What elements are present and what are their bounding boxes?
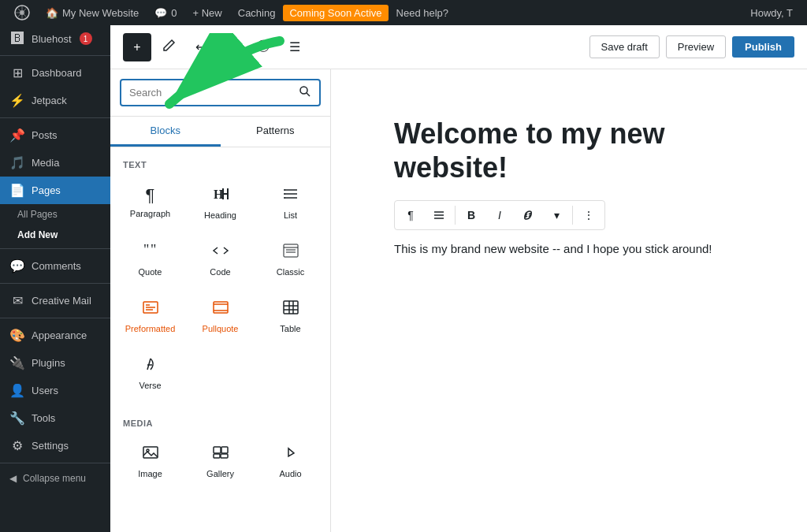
tools-button[interactable] xyxy=(154,33,183,61)
sidebar-item-creative-mail[interactable]: ✉ Creative Mail xyxy=(0,287,110,314)
block-item-verse[interactable]: Verse xyxy=(117,346,184,400)
sidebar-item-appearance[interactable]: 🎨 Appearance xyxy=(0,322,110,349)
settings-label: Settings xyxy=(32,440,69,452)
verse-label: Verse xyxy=(139,381,161,390)
svg-rect-24 xyxy=(214,302,228,313)
tab-patterns[interactable]: Patterns xyxy=(221,117,331,147)
text-blocks-grid: ¶ Paragraph H Heading xyxy=(117,173,324,403)
heading-toolbar-bold[interactable]: B xyxy=(457,203,485,228)
comments-bar[interactable]: 💬 0 xyxy=(147,0,184,25)
redo-button[interactable]: ↪ xyxy=(218,33,246,61)
new-bar[interactable]: + New xyxy=(185,0,230,25)
block-item-code[interactable]: Code xyxy=(187,233,254,286)
sidebar-item-users[interactable]: 👤 Users xyxy=(0,377,110,404)
jetpack-label: Jetpack xyxy=(32,95,67,106)
publish-button[interactable]: Publish xyxy=(732,36,794,58)
sidebar-item-all-pages[interactable]: All Pages xyxy=(0,204,110,225)
classic-label: Classic xyxy=(277,267,304,277)
block-item-paragraph[interactable]: ¶ Paragraph xyxy=(117,176,184,229)
page-title[interactable]: Welcome to my new website! xyxy=(394,117,744,184)
sidebar: 🅱 Bluehost 1 ⊞ Dashboard ⚡ Jetpack 📌 Pos… xyxy=(0,25,110,532)
list-label: List xyxy=(284,210,297,220)
quote-label: Quote xyxy=(139,267,162,277)
bluehost-icon: 🅱 xyxy=(9,32,25,46)
need-help-bar[interactable]: Need help? xyxy=(389,0,457,25)
search-input[interactable] xyxy=(121,82,291,103)
list-view-button[interactable]: ☰ xyxy=(281,33,309,61)
preview-button[interactable]: Preview xyxy=(666,35,726,58)
comments-icon: 💬 xyxy=(9,259,25,273)
block-item-gallery[interactable]: Gallery xyxy=(187,434,254,488)
search-box xyxy=(120,79,321,106)
add-block-button[interactable]: + xyxy=(123,33,151,61)
heading-toolbar-more[interactable]: ⋮ xyxy=(575,203,603,228)
pullquote-icon xyxy=(212,299,229,319)
heading-toolbar: ¶ B I ▾ ⋮ xyxy=(394,200,605,230)
media-icon: 🎵 xyxy=(9,155,25,170)
block-item-preformatted[interactable]: Preformatted xyxy=(117,289,184,343)
sidebar-item-bluehost[interactable]: 🅱 Bluehost 1 xyxy=(0,25,110,52)
tools-icon: 🔧 xyxy=(9,411,25,426)
sidebar-sep-6 xyxy=(0,463,110,463)
sidebar-sep-4 xyxy=(0,283,110,284)
coming-soon-bar[interactable]: Coming Soon Active xyxy=(283,5,388,21)
bluehost-label: Bluehost xyxy=(32,33,72,45)
sidebar-item-plugins[interactable]: 🔌 Plugins xyxy=(0,349,110,377)
heading-label: Heading xyxy=(204,210,236,220)
list-icon xyxy=(282,185,299,206)
heading-toolbar-paragraph[interactable]: ¶ xyxy=(396,203,425,228)
heading-toolbar-dropdown[interactable]: ▾ xyxy=(542,203,571,228)
block-item-list[interactable]: List xyxy=(257,176,324,229)
preformatted-icon xyxy=(142,299,159,319)
sidebar-item-posts[interactable]: 📌 Posts xyxy=(0,121,110,149)
undo-button[interactable]: ↩ xyxy=(186,33,214,61)
appearance-icon: 🎨 xyxy=(9,328,25,343)
sidebar-item-media[interactable]: 🎵 Media xyxy=(0,149,110,177)
search-submit-button[interactable] xyxy=(291,80,319,105)
undo-icon: ↩ xyxy=(195,39,206,54)
heading-toolbar-italic[interactable]: I xyxy=(485,203,514,228)
gallery-label: Gallery xyxy=(206,469,234,478)
sidebar-item-tools[interactable]: 🔧 Tools xyxy=(0,404,110,432)
block-item-heading[interactable]: H Heading xyxy=(187,176,254,229)
block-item-table[interactable]: Table xyxy=(257,289,324,343)
details-button[interactable]: ⓘ xyxy=(249,33,277,61)
sidebar-collapse[interactable]: ◀ Collapse menu xyxy=(0,467,110,490)
jetpack-icon: ⚡ xyxy=(9,93,25,108)
blocks-panel: Blocks Patterns TEXT ¶ Paragraph xyxy=(110,69,331,532)
sidebar-item-jetpack[interactable]: ⚡ Jetpack xyxy=(0,87,110,114)
sidebar-item-comments[interactable]: 💬 Comments xyxy=(0,252,110,280)
sidebar-item-dashboard[interactable]: ⊞ Dashboard xyxy=(0,59,110,87)
block-item-audio[interactable]: Audio xyxy=(257,434,324,488)
table-label: Table xyxy=(280,324,300,333)
sidebar-item-pages[interactable]: 📄 Pages xyxy=(0,177,110,204)
save-draft-button[interactable]: Save draft xyxy=(589,35,660,58)
wp-logo[interactable] xyxy=(6,0,38,25)
caching-bar[interactable]: Caching xyxy=(230,0,284,25)
block-item-classic[interactable]: Classic xyxy=(257,233,324,286)
new-label: + New xyxy=(193,7,222,19)
media-section-label: MEDIA xyxy=(117,412,324,431)
site-name-bar[interactable]: 🏠 My New Website xyxy=(38,0,147,25)
page-content: Welcome to my new website! ¶ B I ▾ ⋮ xyxy=(331,69,807,532)
plugins-icon: 🔌 xyxy=(9,355,25,370)
tab-blocks[interactable]: Blocks xyxy=(110,117,221,147)
svg-text:": " xyxy=(143,242,149,258)
page-subtitle[interactable]: This is my brand new website -- and I ho… xyxy=(394,240,744,259)
heading-toolbar-align[interactable] xyxy=(425,203,453,228)
block-item-pullquote[interactable]: Pullquote xyxy=(187,289,254,343)
svg-text:": " xyxy=(151,242,156,258)
pages-label: Pages xyxy=(32,184,61,196)
sidebar-item-settings[interactable]: ⚙ Settings xyxy=(0,432,110,459)
heading-toolbar-link[interactable] xyxy=(514,203,542,228)
sidebar-item-add-new[interactable]: Add New xyxy=(0,225,110,245)
table-icon xyxy=(282,299,299,319)
block-item-image[interactable]: Image xyxy=(117,434,184,488)
svg-point-13 xyxy=(284,197,285,199)
block-item-quote[interactable]: "" Quote xyxy=(117,233,184,286)
collapse-label: Collapse menu xyxy=(23,473,86,484)
howdy-bar[interactable]: Howdy, T xyxy=(742,0,801,25)
pages-icon: 📄 xyxy=(9,183,25,198)
image-label: Image xyxy=(138,469,162,478)
list-view-icon: ☰ xyxy=(289,39,300,54)
